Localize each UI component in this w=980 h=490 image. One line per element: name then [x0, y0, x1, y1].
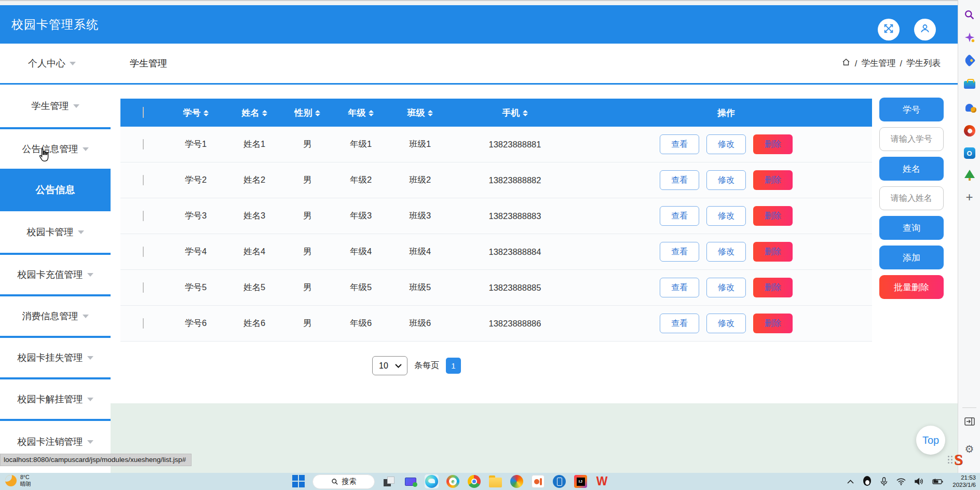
edit-button[interactable]: 修改 — [706, 314, 746, 333]
sidebar-tools-icon[interactable] — [958, 78, 980, 89]
row-checkbox[interactable] — [143, 211, 144, 221]
delete-button[interactable]: 删除 — [753, 242, 793, 262]
drag-handle[interactable] — [948, 456, 952, 464]
sidebar-item-loss-management[interactable]: 校园卡挂失管理 — [0, 338, 111, 377]
wps-icon[interactable]: W — [595, 474, 609, 488]
column-header-class[interactable]: 班级 — [390, 107, 450, 119]
clock[interactable]: 21:53 2023/1/6 — [952, 474, 976, 488]
column-header-name[interactable]: 姓名 — [225, 107, 283, 119]
add-button[interactable]: 添加 — [879, 246, 944, 269]
app-title: 校园卡管理系统 — [11, 17, 99, 33]
row-checkbox[interactable] — [143, 318, 144, 329]
view-button[interactable]: 查看 — [660, 314, 699, 333]
view-button[interactable]: 查看 — [660, 278, 699, 297]
file-explorer-icon[interactable] — [488, 474, 502, 488]
taskbar: 8°C晴朗 搜索 e IJ W — [0, 473, 980, 490]
delete-button[interactable]: 删除 — [753, 314, 793, 333]
page-number-button[interactable]: 1 — [446, 358, 461, 374]
sidebar-search-icon[interactable] — [958, 9, 980, 20]
weather-widget[interactable]: 8°C晴朗 — [5, 474, 31, 487]
student-no-label-button[interactable]: 学号 — [879, 98, 944, 121]
sidebar-tree-icon[interactable] — [958, 170, 980, 178]
wifi-icon[interactable] — [896, 478, 906, 485]
sidebar-games-icon[interactable] — [958, 102, 980, 112]
edit-button[interactable]: 修改 — [706, 278, 746, 297]
battery-icon[interactable] — [932, 478, 944, 485]
fullscreen-button[interactable] — [878, 19, 900, 40]
chrome-icon[interactable] — [467, 474, 481, 488]
table-row: 学号6 姓名6 男 年级6 班级6 13823888886 查看修改删除 — [120, 306, 872, 342]
cell-class: 班级2 — [390, 174, 450, 186]
back-to-top-button[interactable]: Top — [916, 426, 945, 455]
view-button[interactable]: 查看 — [660, 170, 699, 190]
cell-student-no: 学号3 — [166, 210, 225, 222]
phone-link-icon[interactable] — [552, 474, 566, 488]
microphone-icon[interactable] — [880, 477, 888, 486]
sidebar-item-unfreeze-management[interactable]: 校园卡解挂管理 — [0, 379, 111, 419]
capture-app-icon[interactable] — [531, 474, 545, 488]
column-header-gender[interactable]: 性别 — [283, 107, 331, 119]
row-checkbox[interactable] — [143, 282, 144, 293]
edit-button[interactable]: 修改 — [706, 242, 746, 262]
delete-button[interactable]: 删除 — [753, 206, 793, 226]
row-checkbox[interactable] — [143, 139, 144, 149]
student-no-input[interactable] — [879, 127, 944, 151]
cell-gender: 男 — [283, 210, 331, 222]
edge-browser-icon[interactable] — [425, 474, 439, 488]
view-button[interactable]: 查看 — [660, 242, 699, 262]
home-icon[interactable] — [841, 58, 851, 69]
start-button[interactable] — [292, 475, 305, 488]
sidebar-add-icon[interactable]: + — [958, 190, 980, 205]
delete-button[interactable]: 删除 — [753, 170, 793, 190]
sidebar-discover-icon[interactable] — [958, 32, 980, 43]
name-input[interactable] — [879, 186, 944, 210]
intellij-idea-icon[interactable]: IJ — [574, 474, 588, 488]
cell-grade: 年级1 — [331, 139, 390, 150]
row-checkbox[interactable] — [143, 175, 144, 185]
task-view-icon[interactable] — [382, 474, 396, 488]
batch-delete-button[interactable]: 批量删除 — [879, 275, 944, 299]
browser-sidebar: O + ⚙ — [958, 0, 980, 473]
view-button[interactable]: 查看 — [660, 134, 699, 154]
edit-button[interactable]: 修改 — [706, 134, 746, 154]
column-header-student-no[interactable]: 学号 — [166, 107, 225, 119]
breadcrumb-item[interactable]: 学生列表 — [906, 58, 941, 69]
taskbar-search[interactable]: 搜索 — [312, 474, 375, 489]
floating-tool[interactable]: S — [948, 451, 963, 468]
edit-button[interactable]: 修改 — [706, 170, 746, 190]
table-header-row: 学号 姓名 性别 年级 班级 手机 操作 — [120, 99, 872, 127]
user-menu-button[interactable] — [914, 19, 936, 40]
delete-button[interactable]: 删除 — [753, 134, 793, 154]
qq-icon[interactable] — [863, 476, 872, 487]
cell-name: 姓名5 — [225, 282, 283, 293]
sidebar-item-student-management[interactable]: 学生管理 — [0, 85, 111, 127]
tray-date: 2023/1/6 — [952, 482, 976, 488]
sidebar-item-notice-active[interactable]: 公告信息 — [0, 169, 111, 211]
view-button[interactable]: 查看 — [660, 206, 699, 226]
sidebar-item-card-management[interactable]: 校园卡管理 — [0, 211, 111, 253]
select-all-checkbox[interactable] — [143, 107, 144, 118]
column-header-grade[interactable]: 年级 — [331, 107, 390, 119]
sidebar-item-notice-management[interactable]: 公告信息管理 — [0, 129, 111, 169]
sidebar-shopping-icon[interactable] — [958, 56, 980, 65]
edit-button[interactable]: 修改 — [706, 206, 746, 226]
search-button[interactable]: 查询 — [879, 216, 944, 240]
remote-desktop-icon[interactable] — [403, 474, 417, 488]
browser-360-icon[interactable]: e — [446, 474, 460, 488]
sidebar-item-recharge-management[interactable]: 校园卡充值管理 — [0, 255, 111, 294]
column-header-phone[interactable]: 手机 — [450, 107, 580, 119]
personal-center-menu[interactable]: 个人中心 — [28, 44, 76, 83]
sidebar-office-icon[interactable] — [958, 125, 980, 137]
tray-chevron-up-icon[interactable] — [847, 480, 854, 484]
sidebar-item-consumption-management[interactable]: 消费信息管理 — [0, 296, 111, 336]
volume-icon[interactable] — [915, 478, 923, 485]
row-checkbox[interactable] — [143, 247, 144, 257]
breadcrumb-item[interactable]: 学生管理 — [861, 58, 895, 69]
sidebar-outlook-icon[interactable]: O — [958, 147, 980, 159]
name-label-button[interactable]: 姓名 — [879, 157, 944, 181]
sidebar-collapse-icon[interactable] — [958, 417, 980, 426]
page-size-select[interactable]: 10 — [372, 356, 407, 375]
navicat-icon[interactable] — [510, 474, 524, 488]
sort-icon — [369, 110, 374, 116]
delete-button[interactable]: 删除 — [753, 278, 793, 297]
